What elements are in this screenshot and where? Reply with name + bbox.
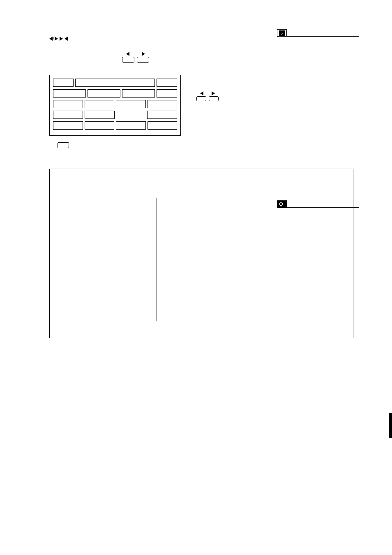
right-arrow-icon bbox=[142, 52, 145, 56]
vd-voice-pan bbox=[53, 79, 74, 87]
vd-style bbox=[88, 89, 120, 98]
left-arrow-icon bbox=[49, 37, 53, 41]
y-axis bbox=[157, 198, 157, 321]
vd-title bbox=[75, 79, 155, 87]
vd-organ-vari bbox=[116, 121, 146, 130]
vd-organ-pedal bbox=[148, 121, 178, 130]
vd-empty bbox=[116, 111, 145, 119]
vd-upper2 bbox=[85, 111, 115, 119]
transpose-down-button[interactable] bbox=[196, 96, 206, 101]
right-arrow-icon bbox=[212, 91, 215, 95]
pitch-chart bbox=[66, 190, 337, 321]
vd-lower2 bbox=[53, 111, 83, 119]
vd-organ-lower bbox=[53, 121, 83, 130]
left-arrow-icon bbox=[200, 91, 203, 95]
edge-tab bbox=[389, 413, 392, 438]
vd-pedal2 bbox=[147, 111, 177, 119]
note-icon: ♪ bbox=[279, 30, 285, 36]
right-arrow-icon bbox=[55, 37, 58, 41]
vd-manual-volume bbox=[157, 79, 177, 87]
coarse-button[interactable] bbox=[58, 142, 69, 148]
vd-pedal-volume bbox=[157, 89, 177, 98]
voice-display-screen bbox=[49, 75, 181, 136]
transpose-up-button[interactable] bbox=[209, 96, 219, 101]
vd-lead bbox=[116, 100, 146, 108]
transpose-down-button[interactable] bbox=[122, 57, 134, 63]
transpose-buttons-illustration bbox=[115, 52, 156, 63]
note-header: ♪ bbox=[277, 29, 287, 37]
right-arrow-icon bbox=[60, 37, 63, 41]
small-transpose-buttons bbox=[193, 91, 222, 101]
vd-upper1 bbox=[85, 100, 115, 108]
intro-text: / bbox=[49, 33, 263, 44]
note-box: ♪ bbox=[277, 29, 359, 39]
about-box bbox=[49, 169, 353, 338]
vd-pedal1 bbox=[148, 100, 178, 108]
transpose-up-button[interactable] bbox=[137, 57, 149, 63]
left-arrow-icon bbox=[126, 52, 129, 56]
vd-organ-upper bbox=[85, 121, 115, 130]
vd-transpose bbox=[122, 89, 155, 98]
vd-chord bbox=[53, 89, 86, 98]
vd-lower1 bbox=[53, 100, 83, 108]
left-arrow-icon bbox=[65, 37, 68, 41]
